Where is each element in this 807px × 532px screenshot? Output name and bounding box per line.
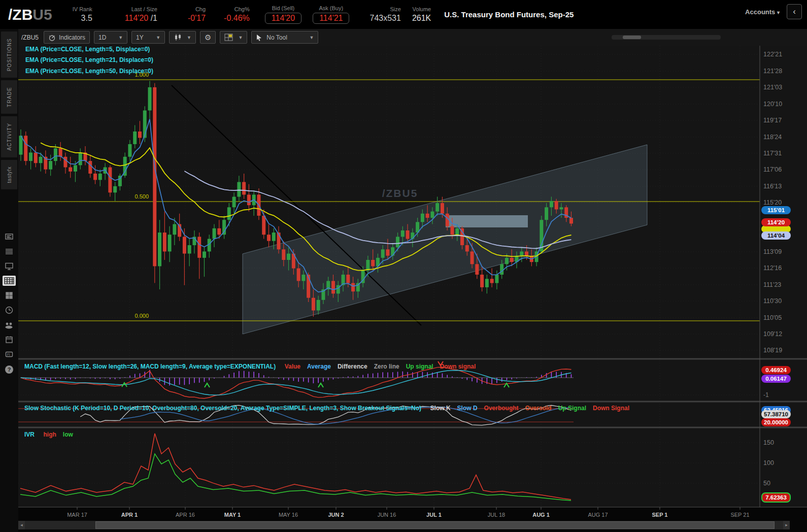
- axis-label: 121'28: [763, 68, 782, 75]
- candle-body: [113, 186, 117, 192]
- axis-label: AUG 17: [588, 512, 608, 518]
- help-icon[interactable]: ?: [5, 365, 13, 374]
- chart-settings-button[interactable]: ⚙: [200, 31, 216, 44]
- scroll-right-icon[interactable]: ▸: [783, 521, 790, 529]
- media-player-icon[interactable]: [0, 258, 18, 273]
- axis-label: 0.500: [134, 193, 149, 200]
- candle-body: [168, 235, 172, 251]
- candle-body: [475, 264, 479, 275]
- axis-label: -1: [763, 391, 769, 398]
- axis-label: 117'06: [763, 166, 782, 173]
- sidebar-tab-positions[interactable]: POSITIONS: [1, 31, 17, 78]
- zoom-slider-handle[interactable]: [623, 36, 641, 39]
- candle-body: [555, 201, 558, 210]
- chart-type-button[interactable]: ▼: [169, 31, 196, 44]
- chevron-down-icon: ▼: [187, 35, 191, 40]
- symbol-root: /ZB: [8, 6, 32, 23]
- chart-hscrollbar[interactable]: ◂ ▸: [18, 521, 790, 529]
- candle-body: [455, 228, 459, 235]
- candle-body: [163, 232, 166, 251]
- accounts-label: Accounts: [745, 8, 775, 16]
- trading-app: /ZBU5 IV Rank 3.5 Last / Size 114'20 /1 …: [0, 0, 807, 532]
- axis-label: MAR 17: [67, 512, 87, 518]
- candle-body: [490, 279, 494, 283]
- candle-body: [366, 260, 369, 271]
- accounts-dropdown[interactable]: Accounts ▾: [745, 8, 780, 16]
- panel-divider[interactable]: [18, 358, 807, 360]
- scroll-left-icon[interactable]: ◂: [18, 521, 25, 529]
- candle-body: [247, 194, 251, 205]
- axis-label: 111'23: [763, 281, 781, 288]
- candle-body: [317, 300, 320, 311]
- tab-label: TRADE: [7, 87, 12, 107]
- timeframe-select[interactable]: 1D▼: [94, 31, 127, 44]
- community-icon[interactable]: [0, 317, 18, 332]
- grid-layout-icon[interactable]: [0, 288, 18, 303]
- candle-body: [301, 275, 305, 281]
- chart-page-icon[interactable]: [0, 273, 18, 288]
- layout-button[interactable]: ▼: [220, 31, 247, 44]
- candle-body: [550, 201, 553, 207]
- panel-divider[interactable]: [18, 427, 807, 428]
- chevron-down-icon: ▼: [118, 35, 123, 40]
- calendar-icon[interactable]: [0, 332, 18, 347]
- candle-body: [371, 260, 375, 266]
- axis-label: 115'20: [763, 199, 782, 206]
- candle-body: [525, 251, 528, 255]
- history-clock-icon[interactable]: [0, 303, 18, 317]
- chevron-down-icon: ▾: [777, 10, 780, 15]
- chart-zoom-slider[interactable]: [612, 35, 721, 40]
- axis-label: SEP 1: [652, 512, 668, 518]
- candle-body: [173, 224, 176, 235]
- candle-body: [29, 153, 32, 161]
- candle-body: [312, 298, 315, 311]
- axis-label: 1.000: [134, 72, 149, 78]
- candle-body: [69, 168, 72, 172]
- axis-label: /ZBU5: [382, 187, 418, 199]
- candlestick-icon: [174, 34, 182, 41]
- candle-body: [545, 207, 548, 220]
- bid-button[interactable]: 114'20: [265, 13, 301, 24]
- candle-body: [197, 237, 201, 257]
- chart-canvas[interactable]: 122'21121'28121'03120'10119'17118'24117'…: [18, 46, 807, 532]
- candle-body: [401, 230, 405, 237]
- ask-label: Ask (Buy): [319, 5, 343, 11]
- sidebar-tab-trade[interactable]: TRADE: [1, 80, 17, 114]
- axis-label: 109'12: [763, 330, 782, 338]
- axis-label: 122'21: [763, 51, 782, 58]
- axis-label: MAY 16: [279, 512, 298, 518]
- axis-label: 110'30: [763, 297, 782, 305]
- candle-body: [98, 174, 102, 180]
- candle-body: [381, 249, 385, 258]
- sidebar-tab-tastyfx[interactable]: tastyfx: [1, 160, 17, 189]
- candle-body: [203, 251, 206, 257]
- axis-label: 119'17: [763, 117, 782, 124]
- size-value: 743x531: [369, 14, 400, 23]
- ask-button[interactable]: 114'21: [313, 13, 349, 24]
- chg-pct-label: Chg%: [234, 6, 250, 12]
- candle-body: [267, 235, 271, 241]
- chart-toolbar: /ZBU5 Indicators 1D▼ 1Y▼ ▼ ⚙ ▼ No Tool ▼: [18, 29, 807, 46]
- range-select[interactable]: 1Y▼: [131, 31, 165, 44]
- axis-label: 100: [763, 459, 774, 467]
- panel-divider[interactable]: [18, 401, 807, 403]
- drawing-tool-value: No Tool: [266, 34, 304, 41]
- candle-body: [500, 264, 503, 275]
- chart-symbol-tab[interactable]: /ZBU5: [18, 34, 44, 41]
- candle-body: [441, 203, 444, 214]
- axis-label: MAY 1: [224, 512, 241, 518]
- volume-label: Volume: [413, 6, 431, 12]
- candle-body: [232, 197, 236, 208]
- collapse-panel-button[interactable]: ‹: [787, 4, 802, 19]
- sidebar-tab-activity[interactable]: ACTIVITY: [1, 116, 17, 157]
- news-icon[interactable]: [0, 229, 18, 244]
- fixed-income-icon[interactable]: FI: [0, 347, 18, 361]
- field-chg-pct: Chg% -0.46%: [224, 6, 250, 23]
- symbol-title: /ZBU5: [8, 6, 52, 23]
- watchlist-icon[interactable]: [0, 244, 18, 258]
- candle-body: [217, 228, 221, 235]
- indicators-button[interactable]: Indicators: [44, 31, 90, 44]
- drawing-tool-select[interactable]: No Tool ▼: [251, 31, 318, 44]
- scrollbar-handle[interactable]: [95, 521, 775, 529]
- range-value: 1Y: [136, 34, 144, 41]
